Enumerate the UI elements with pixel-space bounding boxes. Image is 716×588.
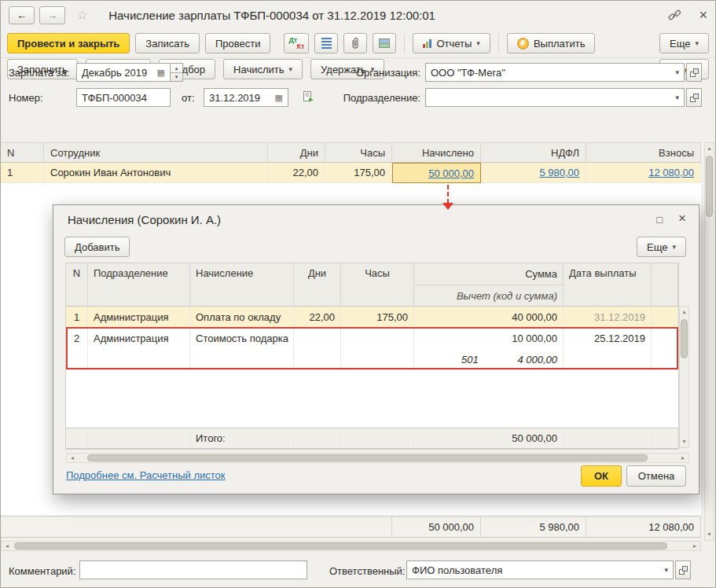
reports-button[interactable]: Отчеты ▾ — [413, 33, 490, 53]
get-link-icon[interactable] — [668, 9, 681, 22]
col-header-n[interactable]: N — [1, 142, 44, 163]
payslip-link[interactable]: Подробнее см. Расчетный листок — [66, 469, 226, 481]
col-header-ndfl[interactable]: НДФЛ — [481, 142, 586, 163]
cell-department[interactable]: Администрация — [88, 328, 190, 349]
cell-n[interactable]: 2 — [66, 328, 88, 349]
scrollbar-thumb[interactable] — [14, 542, 667, 549]
chevron-down-icon[interactable]: ▾ — [675, 69, 679, 76]
cell-days[interactable] — [294, 328, 341, 349]
accrue-button[interactable]: Начислить▾ — [223, 59, 303, 79]
organization-select[interactable]: ООО "ТФ-Мега" ▾ — [425, 63, 685, 82]
salary-period-input[interactable]: Декабрь 2019 ▦ — [76, 63, 171, 82]
scroll-down-icon[interactable]: ▾ — [680, 436, 688, 447]
maximize-icon[interactable]: □ — [656, 214, 663, 226]
cell-amount[interactable]: 10 000,00 — [414, 328, 564, 349]
col-header-employee[interactable]: Сотрудник — [44, 142, 268, 163]
period-spinner[interactable]: ▴ ▾ — [171, 63, 183, 82]
calendar-icon[interactable]: ▦ — [275, 93, 283, 103]
scroll-up-icon[interactable]: ▴ — [705, 143, 714, 154]
cell-days[interactable]: 22,00 — [268, 163, 325, 183]
cell-pay-date[interactable]: 31.12.2019 — [564, 307, 652, 328]
responsible-open-button[interactable] — [675, 560, 691, 579]
col-header-accrued[interactable]: Начислено — [392, 142, 481, 163]
organization-open-button[interactable] — [686, 63, 702, 82]
cell-contributions[interactable]: 12 080,00 — [586, 163, 701, 183]
responsible-select[interactable]: ФИО пользователя ▾ — [406, 560, 674, 579]
col-header-pay-date[interactable]: Дата выплаты — [564, 263, 652, 306]
forward-arrow-icon: → — [47, 9, 57, 21]
cell-pay-date[interactable]: 25.12.2019 — [564, 328, 652, 349]
col-header-deduction[interactable]: Вычет (код и сумма) — [414, 285, 564, 306]
cell-accrual[interactable]: Стоимость подарка — [190, 328, 294, 349]
scrollbar-track[interactable] — [78, 454, 677, 462]
register-records-button[interactable] — [373, 33, 396, 53]
accrued-link[interactable]: 50 000,00 — [428, 167, 474, 179]
scrollbar-thumb[interactable] — [87, 454, 648, 461]
cell-n[interactable]: 1 — [1, 163, 44, 183]
cell-accrued-focused[interactable]: 50 000,00 — [392, 163, 481, 183]
cell-ndfl[interactable]: 5 980,00 — [481, 163, 586, 183]
cancel-button[interactable]: Отмена — [626, 465, 686, 487]
cell-hours[interactable] — [341, 328, 414, 349]
comment-input[interactable] — [79, 560, 307, 579]
scrollbar-thumb[interactable] — [706, 156, 713, 217]
attachments-button[interactable] — [343, 33, 367, 53]
journal-button[interactable] — [314, 33, 338, 53]
scrollbar-track[interactable] — [705, 154, 714, 529]
related-documents-icon[interactable] — [303, 90, 315, 103]
post-button[interactable]: Провести — [205, 33, 271, 53]
scroll-right-icon[interactable]: ▸ — [677, 454, 688, 462]
chevron-down-icon[interactable]: ▾ — [675, 94, 679, 101]
dialog-close-icon[interactable]: × — [678, 211, 686, 226]
spin-up-icon[interactable]: ▴ — [171, 64, 182, 73]
post-and-close-button[interactable]: Провести и закрыть — [7, 33, 130, 53]
close-window-icon[interactable]: × — [699, 7, 707, 24]
ok-button[interactable]: ОК — [581, 465, 622, 487]
more-button[interactable]: Еще ▾ — [659, 33, 709, 53]
col-header-days[interactable]: Дни — [268, 142, 325, 163]
scroll-up-icon[interactable]: ▴ — [680, 307, 688, 318]
dialog-add-button[interactable]: Добавить — [64, 237, 130, 257]
scrollbar-thumb[interactable] — [681, 319, 688, 358]
col-header-department[interactable]: Подразделение — [88, 263, 190, 306]
scrollbar-track[interactable] — [680, 318, 688, 436]
cell-days[interactable]: 22,00 — [294, 307, 341, 328]
chevron-down-icon[interactable]: ▾ — [664, 567, 668, 574]
contributions-link[interactable]: 12 080,00 — [648, 167, 694, 178]
scroll-down-icon[interactable]: ▾ — [705, 529, 714, 540]
cell-n[interactable]: 1 — [66, 307, 88, 328]
scroll-right-icon[interactable]: ▸ — [689, 542, 700, 550]
forward-button[interactable]: → — [39, 6, 65, 24]
number-input[interactable]: ТФБП-000034 — [76, 88, 171, 107]
pay-button[interactable]: ₽ Выплатить — [507, 33, 596, 53]
cell-employee[interactable]: Сорокин Иван Антонович — [44, 163, 268, 183]
cell-hours[interactable]: 175,00 — [341, 307, 414, 328]
total-amount: 50 000,00 — [414, 428, 564, 449]
date-input[interactable]: 31.12.2019 ▦ — [204, 88, 288, 107]
back-button[interactable]: ← — [9, 6, 35, 24]
cell-amount[interactable]: 40 000,00 — [414, 307, 564, 328]
scroll-left-icon[interactable]: ◂ — [67, 454, 78, 462]
col-header-contributions[interactable]: Взносы — [586, 142, 701, 163]
cell-accrual[interactable]: Оплата по окладу — [190, 307, 294, 328]
department-select[interactable]: ▾ — [425, 88, 685, 107]
spin-down-icon[interactable]: ▾ — [171, 73, 182, 82]
cell-department[interactable]: Администрация — [88, 307, 190, 328]
col-header-hours[interactable]: Часы — [341, 263, 414, 306]
col-header-accrual[interactable]: Начисление — [190, 263, 294, 306]
dtkt-postings-button[interactable]: ДтКт — [284, 33, 309, 53]
write-button[interactable]: Записать — [135, 33, 200, 53]
dialog-more-button[interactable]: Еще▾ — [637, 237, 686, 257]
ndfl-link[interactable]: 5 980,00 — [539, 167, 579, 178]
col-header-n[interactable]: N — [66, 263, 88, 306]
scroll-left-icon[interactable]: ◂ — [2, 542, 13, 550]
cell-hours[interactable]: 175,00 — [325, 163, 392, 183]
scrollbar-track[interactable] — [13, 542, 689, 550]
favorite-star-icon[interactable]: ☆ — [76, 7, 88, 24]
department-open-button[interactable] — [686, 88, 702, 107]
cell-deduction[interactable]: 501 4 000,00 — [414, 349, 564, 370]
calendar-icon[interactable]: ▦ — [157, 68, 165, 78]
col-header-amount[interactable]: Сумма — [414, 263, 564, 285]
col-header-days[interactable]: Дни — [294, 263, 341, 306]
col-header-hours[interactable]: Часы — [325, 142, 392, 163]
